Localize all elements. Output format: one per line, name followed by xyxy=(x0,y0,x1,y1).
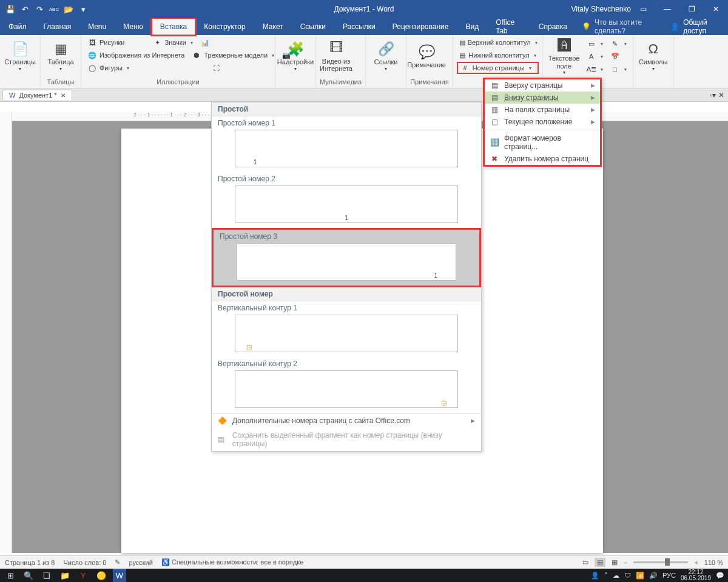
signature-button[interactable]: ✎ xyxy=(608,38,629,50)
shapes-button[interactable]: ◯Фигуры xyxy=(85,62,132,74)
tab-design[interactable]: Конструктор xyxy=(195,18,254,35)
3dmodels-button[interactable]: ⬢Трехмерные модели xyxy=(189,49,277,61)
tab-references[interactable]: Ссылки xyxy=(292,18,334,35)
vertical-ruler[interactable] xyxy=(0,112,12,553)
task-view-icon[interactable]: ❏ xyxy=(40,569,53,582)
view-print-icon[interactable]: ▤ xyxy=(595,558,605,567)
links-button[interactable]: 🔗 Ссылки ▾ xyxy=(369,36,402,76)
tab-view[interactable]: Вид xyxy=(457,18,487,35)
dropcap-button[interactable]: A≣ xyxy=(584,63,605,75)
status-page[interactable]: Страница 1 из 8 xyxy=(5,559,55,566)
qat-more-icon[interactable]: ▾ xyxy=(76,2,90,16)
network-icon[interactable]: 📶 xyxy=(636,572,644,580)
menu-current-position[interactable]: ▢Текущее положение▶ xyxy=(485,116,600,128)
user-name[interactable]: Vitaly Shevchenko xyxy=(571,5,631,13)
symbols-button[interactable]: Ω Символы ▾ xyxy=(637,36,670,76)
maximize-icon[interactable]: ❐ xyxy=(679,0,704,18)
explorer-icon[interactable]: 📁 xyxy=(58,569,72,582)
page-top-icon: ▤ xyxy=(490,81,499,90)
menu-page-margins[interactable]: ▥На полях страницы▶ xyxy=(485,104,600,116)
footer-button[interactable]: ▤Нижний колонтитул xyxy=(457,49,539,61)
gallery-item-plain-3[interactable]: Простой номер 3 1 xyxy=(212,228,481,287)
chart-button[interactable]: 📊 xyxy=(198,36,212,48)
notifications-icon[interactable]: 💬 xyxy=(716,572,724,580)
tab-help[interactable]: Справка xyxy=(530,18,576,35)
header-button[interactable]: ▤Верхний колонтитул xyxy=(457,36,539,48)
tray-clock[interactable]: 22:12 06.05.2019 xyxy=(681,569,711,581)
tab-file[interactable]: Файл xyxy=(0,18,35,35)
save-icon[interactable]: 💾 xyxy=(4,2,17,16)
menu-current-label: Текущее положение xyxy=(504,118,586,126)
table-label: Таблица xyxy=(47,58,73,66)
zoom-in-icon[interactable]: + xyxy=(694,559,698,566)
wordart-button[interactable]: A xyxy=(584,50,605,62)
view-web-icon[interactable]: ▦ xyxy=(612,558,618,566)
smartart-button[interactable]: ⛶ xyxy=(209,62,224,74)
object-button[interactable]: □ xyxy=(608,63,629,75)
tray-language[interactable]: РУС xyxy=(662,572,676,579)
zoom-level[interactable]: 110 % xyxy=(704,559,723,566)
gallery-item-vertical-2[interactable]: Вертикальный контур 2 ◲ xyxy=(212,357,481,413)
undo-icon[interactable]: ↶ xyxy=(18,2,32,16)
addins-button[interactable]: 🧩 Надстройки ▾ xyxy=(279,36,312,76)
gallery-item-vertical-1[interactable]: Вертикальный контур 1 ◳ xyxy=(212,301,481,357)
volume-icon[interactable]: 🔊 xyxy=(649,572,658,580)
onedrive-icon[interactable]: ☁ xyxy=(613,572,619,580)
close-icon[interactable]: ✕ xyxy=(704,0,728,18)
tab-menu-ru[interactable]: Меню xyxy=(115,18,151,35)
textbox-button[interactable]: 🅰 Текстовое поле ▾ xyxy=(547,36,582,76)
close-tab-icon[interactable]: ✕ xyxy=(61,92,66,99)
pages-button[interactable]: 📄 Страницы ▾ xyxy=(4,36,36,76)
tab-insert[interactable]: Вставка xyxy=(152,18,196,35)
status-word-count[interactable]: Число слов: 0 xyxy=(63,559,106,566)
new-tab-icon[interactable]: ▫▾ xyxy=(710,91,716,99)
word-icon[interactable]: W xyxy=(113,569,126,582)
table-button[interactable]: ▦ Таблица ▾ xyxy=(44,36,77,76)
menu-format-page-numbers[interactable]: 🔢Формат номеров страниц... xyxy=(485,132,600,153)
document-tab[interactable]: W Документ1 * ✕ xyxy=(2,90,72,100)
status-accessibility[interactable]: ♿ Специальные возможности: все в порядке xyxy=(161,558,303,566)
datetime-button[interactable]: 📅 xyxy=(608,50,629,62)
open-icon[interactable]: 📂 xyxy=(62,2,75,16)
status-language[interactable]: русский xyxy=(129,559,152,566)
tab-mailings[interactable]: Рассылки xyxy=(334,18,384,35)
share-button[interactable]: 👤 Общий доступ xyxy=(662,18,728,35)
gallery-more-from-office[interactable]: 🔶Дополнительные номера страниц с сайта O… xyxy=(212,413,481,428)
quickparts-button[interactable]: ▭ xyxy=(584,38,605,50)
yandex-icon[interactable]: Y xyxy=(76,569,90,582)
online-pictures-button[interactable]: 🌐Изображения из Интернета xyxy=(85,49,187,61)
tray-up-icon[interactable]: ˄ xyxy=(604,572,608,580)
menu-remove-page-numbers[interactable]: ✖Удалить номера страниц xyxy=(485,153,600,165)
tell-me-search[interactable]: 💡 Что вы хотите сделать? xyxy=(576,18,662,35)
gallery-item-plain-2[interactable]: Простой номер 2 1 xyxy=(212,172,481,228)
tab-layout[interactable]: Макет xyxy=(254,18,292,35)
comment-button[interactable]: 💬 Примечание xyxy=(410,36,443,76)
video-button[interactable]: 🎞 Видео из Интернета xyxy=(320,36,352,76)
tab-menu[interactable]: Menu xyxy=(79,18,115,35)
view-read-icon[interactable]: ▭ xyxy=(582,558,588,566)
tab-home[interactable]: Главная xyxy=(35,18,80,35)
page-number-button[interactable]: #Номер страницы xyxy=(457,62,539,74)
spellcheck-icon[interactable]: ABC xyxy=(47,2,61,16)
menu-top-of-page[interactable]: ▤Вверху страницы▶ xyxy=(485,79,600,92)
tab-review[interactable]: Рецензирование xyxy=(384,18,457,35)
zoom-slider[interactable] xyxy=(633,561,688,563)
gallery-item-plain-1[interactable]: Простой номер 1 1 xyxy=(212,116,481,172)
people-icon[interactable]: 👤 xyxy=(591,572,599,580)
ribbon-options-icon[interactable]: ▭ xyxy=(631,0,655,18)
menu-bottom-of-page[interactable]: ▤Внизу страницы▶ xyxy=(485,92,600,104)
start-icon[interactable]: ⊞ xyxy=(4,569,17,582)
defender-icon[interactable]: 🛡 xyxy=(624,572,631,579)
status-spellcheck-icon[interactable]: ✎ xyxy=(115,558,120,566)
gallery-item-label: Простой номер 1 xyxy=(218,119,475,127)
pictures-button[interactable]: 🖼Рисунки xyxy=(85,36,127,48)
zoom-out-icon[interactable]: − xyxy=(624,559,627,566)
chrome-icon[interactable]: 🟡 xyxy=(95,569,108,582)
tab-officetab[interactable]: Office Tab xyxy=(487,18,530,35)
search-icon[interactable]: 🔍 xyxy=(22,569,35,582)
footer-label: Нижний колонтитул xyxy=(468,52,529,59)
redo-icon[interactable]: ↷ xyxy=(33,2,46,16)
icons-button[interactable]: ✦Значки xyxy=(150,36,195,48)
close-icon[interactable]: ✕ xyxy=(718,91,724,99)
minimize-icon[interactable]: — xyxy=(655,0,679,18)
